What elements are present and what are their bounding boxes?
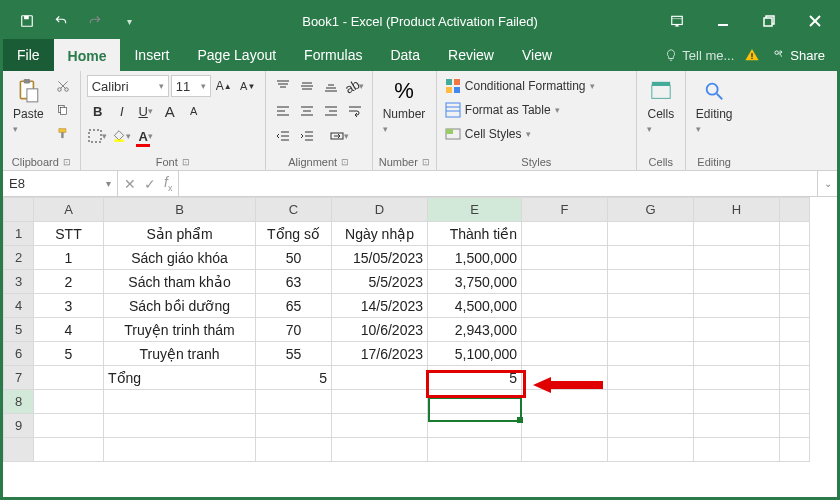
increase-font-button[interactable]: A▲: [213, 75, 235, 97]
copy-button[interactable]: [52, 99, 74, 121]
cell[interactable]: 3,750,000: [428, 270, 522, 294]
underline-button[interactable]: U ▾: [135, 100, 157, 122]
font-name-select[interactable]: Calibri▾: [87, 75, 169, 97]
cell[interactable]: [104, 390, 256, 414]
cell[interactable]: Sách tham khảo: [104, 270, 256, 294]
font-shrink-button[interactable]: A: [183, 100, 205, 122]
cell[interactable]: [780, 342, 810, 366]
cell[interactable]: 70: [256, 318, 332, 342]
tab-review[interactable]: Review: [434, 39, 508, 71]
cells-button[interactable]: Cells▾: [643, 75, 679, 137]
cell[interactable]: Truyện tranh: [104, 342, 256, 366]
restore-button[interactable]: [747, 3, 791, 39]
tab-insert[interactable]: Insert: [120, 39, 183, 71]
cell[interactable]: [34, 414, 104, 438]
cell[interactable]: [428, 414, 522, 438]
cell[interactable]: [694, 222, 780, 246]
row-header-7[interactable]: 7: [4, 366, 34, 390]
cell[interactable]: [694, 246, 780, 270]
save-button[interactable]: [11, 7, 43, 35]
expand-formula-bar-button[interactable]: ⌄: [817, 171, 837, 196]
cell[interactable]: [332, 438, 428, 462]
tab-page-layout[interactable]: Page Layout: [183, 39, 290, 71]
align-right-button[interactable]: [320, 100, 342, 122]
align-center-button[interactable]: [296, 100, 318, 122]
cell[interactable]: 4: [34, 318, 104, 342]
cell[interactable]: [332, 366, 428, 390]
cell[interactable]: [522, 318, 608, 342]
col-header-E[interactable]: E: [428, 198, 522, 222]
cell[interactable]: [522, 270, 608, 294]
format-as-table-button[interactable]: Format as Table ▾: [443, 99, 630, 121]
cell[interactable]: 2,943,000: [428, 318, 522, 342]
align-top-button[interactable]: [272, 75, 294, 97]
enter-formula-button[interactable]: ✓: [144, 176, 156, 192]
increase-indent-button[interactable]: [296, 125, 318, 147]
wrap-text-button[interactable]: [344, 100, 366, 122]
cell[interactable]: [780, 294, 810, 318]
font-grow-button[interactable]: A: [159, 100, 181, 122]
cell[interactable]: [256, 414, 332, 438]
cell[interactable]: [608, 342, 694, 366]
cell[interactable]: [608, 270, 694, 294]
cell-styles-button[interactable]: Cell Styles ▾: [443, 123, 630, 145]
cell[interactable]: [332, 390, 428, 414]
col-header-C[interactable]: C: [256, 198, 332, 222]
name-box[interactable]: E8▾: [3, 171, 118, 196]
number-format-button[interactable]: % Number▾: [379, 75, 430, 137]
cell[interactable]: [522, 414, 608, 438]
orientation-button[interactable]: ab▾: [344, 75, 366, 97]
cell[interactable]: [694, 270, 780, 294]
cell[interactable]: Sản phẩm: [104, 222, 256, 246]
cell[interactable]: 1: [34, 246, 104, 270]
row-header-9[interactable]: 9: [4, 414, 34, 438]
cell[interactable]: 50: [256, 246, 332, 270]
cell[interactable]: [780, 222, 810, 246]
cell[interactable]: [608, 318, 694, 342]
cell[interactable]: 5/5/2023: [332, 270, 428, 294]
cell[interactable]: [694, 366, 780, 390]
merge-button[interactable]: ▾: [320, 125, 360, 147]
align-bottom-button[interactable]: [320, 75, 342, 97]
cell[interactable]: [522, 246, 608, 270]
cell[interactable]: [694, 390, 780, 414]
conditional-formatting-button[interactable]: Conditional Formatting ▾: [443, 75, 630, 97]
customize-qat-button[interactable]: ▾: [113, 7, 145, 35]
cell[interactable]: [332, 414, 428, 438]
decrease-font-button[interactable]: A▼: [237, 75, 259, 97]
cell[interactable]: 14/5/2023: [332, 294, 428, 318]
editing-button[interactable]: Editing▾: [692, 75, 737, 137]
cell[interactable]: [522, 438, 608, 462]
minimize-button[interactable]: [701, 3, 745, 39]
cell[interactable]: 63: [256, 270, 332, 294]
cell[interactable]: [694, 414, 780, 438]
cell[interactable]: [104, 438, 256, 462]
cell[interactable]: Thành tiền: [428, 222, 522, 246]
cell[interactable]: [104, 414, 256, 438]
font-color-button[interactable]: A▾: [135, 125, 157, 147]
col-header-D[interactable]: D: [332, 198, 428, 222]
col-header-G[interactable]: G: [608, 198, 694, 222]
decrease-indent-button[interactable]: [272, 125, 294, 147]
tab-home[interactable]: Home: [54, 39, 121, 71]
cell[interactable]: [608, 246, 694, 270]
row-header-6[interactable]: 6: [4, 342, 34, 366]
cell[interactable]: [780, 390, 810, 414]
row-header-10[interactable]: [4, 438, 34, 462]
cell[interactable]: 1,500,000: [428, 246, 522, 270]
share-button[interactable]: Share: [772, 48, 825, 63]
row-header-8[interactable]: 8: [4, 390, 34, 414]
cancel-formula-button[interactable]: ✕: [124, 176, 136, 192]
fill-color-button[interactable]: ▾: [111, 125, 133, 147]
cell[interactable]: 5: [428, 366, 522, 390]
cut-button[interactable]: [52, 75, 74, 97]
cell-E8-active[interactable]: [428, 390, 522, 414]
cell[interactable]: Tổng số: [256, 222, 332, 246]
cell[interactable]: [780, 270, 810, 294]
undo-button[interactable]: [45, 7, 77, 35]
cell[interactable]: 4,500,000: [428, 294, 522, 318]
font-size-select[interactable]: 11▾: [171, 75, 211, 97]
col-header-F[interactable]: F: [522, 198, 608, 222]
cell[interactable]: [608, 222, 694, 246]
align-middle-button[interactable]: [296, 75, 318, 97]
